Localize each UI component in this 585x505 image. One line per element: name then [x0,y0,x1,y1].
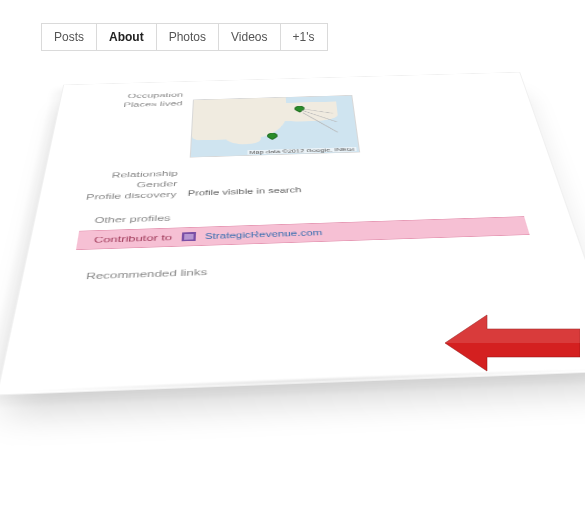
contributor-link[interactable]: StrategicRevenue.com [205,228,323,240]
relationship-value [189,159,507,169]
occupation-value [193,83,483,91]
contributor-to-label: Contributor to [93,233,172,244]
relationship-label: Relationship [88,169,189,180]
svg-marker-3 [445,315,580,343]
map-attribution: Map data ©2012 Google, INEGI [247,147,357,155]
gender-label: Gender [86,179,189,190]
profile-discovery-label: Profile discovery [84,190,188,201]
places-lived-value: Map data ©2012 Google, INEGI [190,91,504,157]
places-map[interactable]: Map data ©2012 Google, INEGI [190,95,360,158]
occupation-label: Occupation [101,91,194,100]
svg-rect-1 [184,234,194,240]
tab-plus1s[interactable]: +1's [280,23,328,51]
recommended-links-heading: Recommended links [85,256,538,281]
tab-about[interactable]: About [96,23,157,51]
callout-arrow-icon [445,313,580,373]
tab-photos[interactable]: Photos [156,23,219,51]
perspective-page-container: Occupation Places lived Map data ©2012 G… [60,58,530,488]
tab-videos[interactable]: Videos [218,23,280,51]
places-lived-label: Places lived [99,100,192,109]
tab-posts[interactable]: Posts [41,23,97,51]
site-favicon-icon [181,232,195,241]
profile-tabs: Posts About Photos Videos +1's [0,0,585,51]
